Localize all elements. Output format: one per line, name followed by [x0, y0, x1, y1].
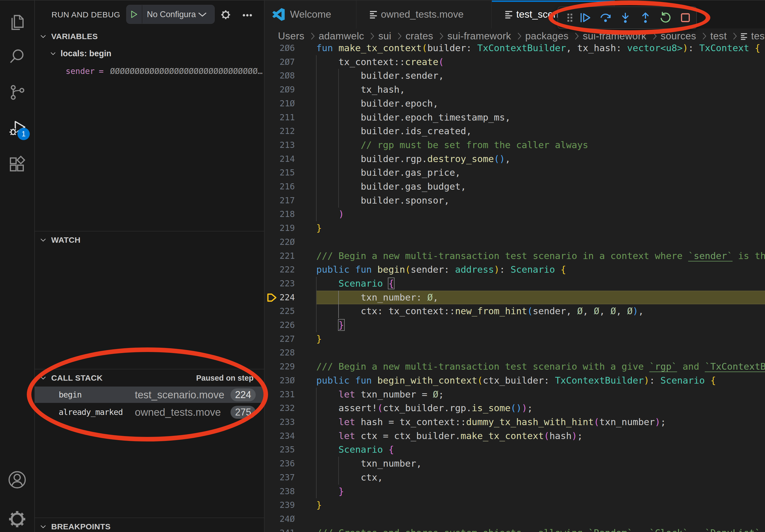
breadcrumb-item[interactable]: adamwelc: [319, 31, 364, 42]
breadcrumb-item-file[interactable]: test_sce: [751, 31, 765, 42]
line-number[interactable]: 225: [265, 304, 295, 318]
line-number[interactable]: 234: [265, 429, 295, 443]
line-number[interactable]: 219: [265, 221, 295, 235]
account-button[interactable]: [0, 465, 34, 494]
line-number[interactable]: 214: [265, 152, 295, 166]
sidebar-item-extensions[interactable]: [0, 150, 34, 179]
variables-scope-row[interactable]: locals: begin: [35, 45, 264, 62]
line-number[interactable]: 222: [265, 263, 295, 277]
settings-button[interactable]: [0, 504, 34, 532]
code-line-224[interactable]: 224 txn_number: Ø,: [265, 291, 765, 305]
line-number[interactable]: 21Ø: [265, 97, 295, 111]
code-line-231[interactable]: 231 let txn_number = Ø;: [265, 388, 765, 401]
line-number[interactable]: 218: [265, 207, 295, 221]
line-number[interactable]: 229: [265, 360, 295, 374]
breadcrumb-item[interactable]: test: [710, 31, 727, 42]
line-number[interactable]: 236: [265, 457, 295, 471]
breadcrumb-item[interactable]: sui: [378, 31, 391, 42]
tab-welcome[interactable]: Welcome: [265, 1, 357, 28]
start-debug-dropdown[interactable]: No Configura: [126, 5, 215, 24]
line-number[interactable]: 238: [265, 485, 295, 498]
variables-section-header[interactable]: VARIABLES: [35, 28, 264, 45]
line-number[interactable]: 217: [265, 194, 295, 208]
code-line-219[interactable]: 219}: [265, 221, 765, 235]
line-number[interactable]: 2Ø9: [265, 83, 295, 97]
code-line-222[interactable]: 222public fun begin(sender: address): Sc…: [265, 263, 765, 277]
line-number[interactable]: 2Ø6: [265, 44, 295, 55]
code-line-208[interactable]: 2Ø8 builder.sender,: [265, 69, 765, 83]
line-number[interactable]: 241: [265, 526, 295, 532]
code-line-206[interactable]: 2Ø6fun make_tx_context(builder: TxContex…: [265, 44, 765, 55]
line-number[interactable]: 227: [265, 332, 295, 346]
code-line-228[interactable]: 228: [265, 346, 765, 360]
code-line-234[interactable]: 234 let ctx = ctx_builder.make_tx_contex…: [265, 429, 765, 443]
code-line-239[interactable]: 239}: [265, 498, 765, 512]
code-line-235[interactable]: 235 Scenario {: [265, 443, 765, 457]
code-line-213[interactable]: 213 // rgp must be set from the caller a…: [265, 138, 765, 152]
code-line-236[interactable]: 236 txn_number,: [265, 457, 765, 471]
breakpoints-section-header[interactable]: BREAKPOINTS: [35, 518, 264, 532]
sidebar-item-source-control[interactable]: [0, 78, 34, 107]
code-line-233[interactable]: 233 let hash = tx_context::dummy_tx_hash…: [265, 415, 765, 429]
line-number[interactable]: 237: [265, 471, 295, 485]
code-line-207[interactable]: 2Ø7 tx_context::create(: [265, 55, 765, 69]
line-number[interactable]: 211: [265, 111, 295, 125]
line-number[interactable]: 216: [265, 180, 295, 194]
code-line-226[interactable]: 226 }: [265, 318, 765, 332]
line-number[interactable]: 215: [265, 166, 295, 180]
code-line-227[interactable]: 227}: [265, 332, 765, 346]
code-line-215[interactable]: 215 builder.gas_price,: [265, 166, 765, 180]
code-line-209[interactable]: 2Ø9 tx_hash,: [265, 83, 765, 97]
code-line-218[interactable]: 218 ): [265, 207, 765, 221]
code-line-216[interactable]: 216 builder.gas_budget,: [265, 180, 765, 194]
line-number[interactable]: 24Ø: [265, 512, 295, 526]
variable-row-sender[interactable]: sender = ØØØØØØØØØØØØØØØØØØØØØØØØØØØØØØ…: [35, 62, 264, 80]
code-line-212[interactable]: 212 builder.ids_created,: [265, 124, 765, 138]
code-line-223[interactable]: 223 Scenario {: [265, 277, 765, 291]
line-number[interactable]: 232: [265, 401, 295, 415]
line-number[interactable]: 212: [265, 124, 295, 138]
line-number[interactable]: 231: [265, 388, 295, 401]
code-line-241[interactable]: 241/// Creates and shares system objects…: [265, 526, 765, 532]
code-editor[interactable]: 2Ø6fun make_tx_context(builder: TxContex…: [265, 44, 765, 532]
code-line-232[interactable]: 232 assert!(ctx_builder.rgp.is_some());: [265, 401, 765, 415]
line-number[interactable]: 224: [265, 291, 295, 305]
code-line-221[interactable]: 221/// Begin a new multi-transaction tes…: [265, 249, 765, 263]
line-number[interactable]: 239: [265, 498, 295, 512]
sidebar-item-search[interactable]: [0, 42, 34, 71]
debug-settings-gear-icon[interactable]: [221, 10, 231, 21]
code-line-217[interactable]: 217 builder.sponsor,: [265, 194, 765, 208]
code-line-214[interactable]: 214 builder.rgp.destroy_some(),: [265, 152, 765, 166]
more-actions-icon[interactable]: [243, 13, 252, 18]
line-number[interactable]: 2Ø7: [265, 55, 295, 69]
sidebar-item-run-and-debug[interactable]: 1: [0, 114, 34, 143]
line-number[interactable]: 22Ø: [265, 235, 295, 249]
line-number[interactable]: 228: [265, 346, 295, 360]
breadcrumb-item[interactable]: Users: [278, 31, 305, 42]
code-line-240[interactable]: 24Ø: [265, 512, 765, 526]
tab-owned-tests[interactable]: owned_tests.move: [357, 1, 492, 28]
code-line-238[interactable]: 238 }: [265, 485, 765, 498]
code-line-220[interactable]: 22Ø: [265, 235, 765, 249]
breadcrumb-item[interactable]: crates: [405, 31, 433, 42]
code-line-225[interactable]: 225 ctx: tx_context::new_from_hint(sende…: [265, 304, 765, 318]
line-number[interactable]: 233: [265, 415, 295, 429]
code-line-230[interactable]: 23Øpublic fun begin_with_context(ctx_bui…: [265, 374, 765, 388]
line-number[interactable]: 213: [265, 138, 295, 152]
line-number[interactable]: 226: [265, 318, 295, 332]
code-line-237[interactable]: 237 ctx,: [265, 471, 765, 485]
line-number[interactable]: 223: [265, 277, 295, 291]
watch-section-header[interactable]: WATCH: [35, 231, 264, 249]
line-number[interactable]: 23Ø: [265, 374, 295, 388]
code-line-211[interactable]: 211 builder.epoch_timestamp_ms,: [265, 111, 765, 125]
line-number[interactable]: 221: [265, 249, 295, 263]
variable-value: ØØØØØØØØØØØØØØØØØØØØØØØØØØØØØØ…: [110, 67, 263, 76]
line-number[interactable]: 2Ø8: [265, 69, 295, 83]
breadcrumb-item[interactable]: packages: [525, 31, 569, 42]
code-line-229[interactable]: 229/// Begin a new multi-transaction tes…: [265, 360, 765, 374]
line-number[interactable]: 235: [265, 443, 295, 457]
breadcrumb-item[interactable]: sui-framework: [447, 31, 511, 42]
start-debug-button[interactable]: [127, 5, 142, 24]
sidebar-item-explorer[interactable]: [0, 6, 34, 35]
code-line-210[interactable]: 21Ø builder.epoch,: [265, 97, 765, 111]
